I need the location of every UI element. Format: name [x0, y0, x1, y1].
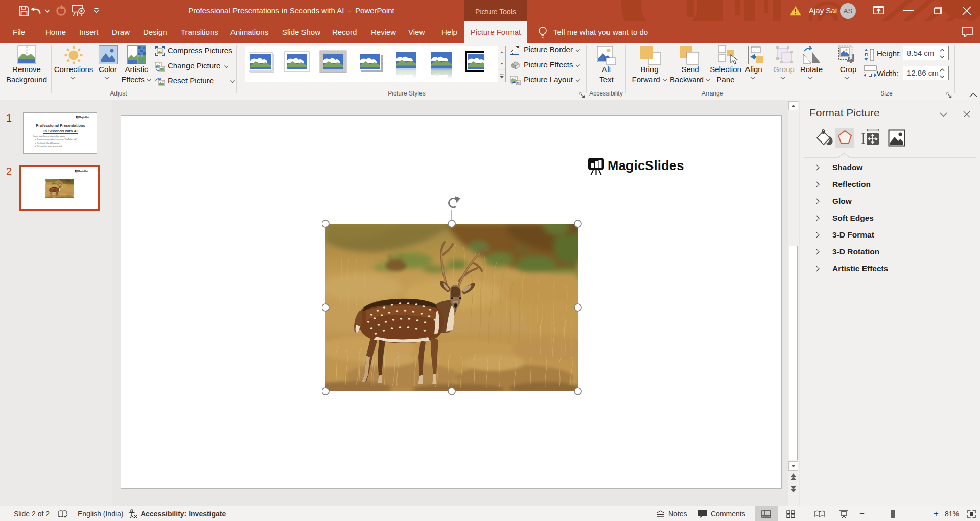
svg-text:MagicSlides: MagicSlides: [78, 170, 88, 172]
svg-text:MagicSlides: MagicSlides: [608, 158, 684, 173]
svg-text:MagicSlides: MagicSlides: [79, 116, 89, 119]
